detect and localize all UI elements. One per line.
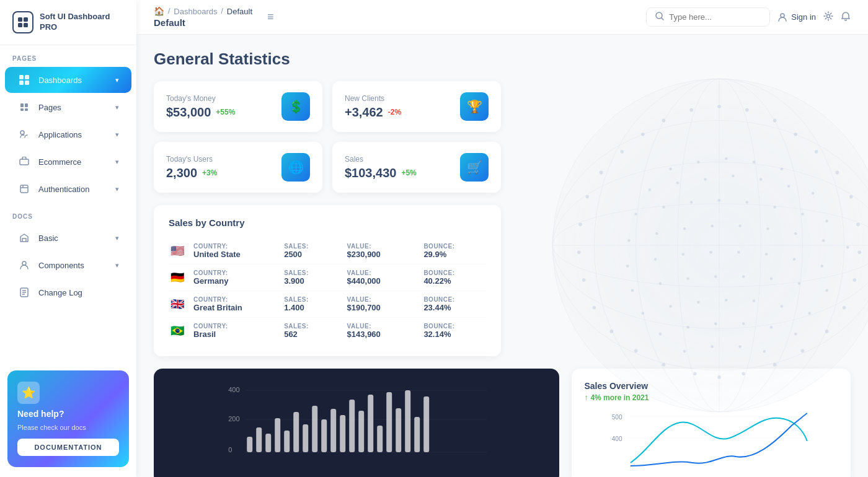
svg-point-76 xyxy=(787,185,790,188)
sales-overview-card: Sales Overview ↑ 4% more in 2021 500 400 xyxy=(572,369,851,477)
svg-point-87 xyxy=(655,232,658,235)
svg-point-123 xyxy=(794,333,797,335)
basic-arrow: ▾ xyxy=(115,234,119,242)
svg-point-108 xyxy=(770,278,773,280)
value-col-de: Value: $440,000 xyxy=(347,269,417,286)
svg-point-39 xyxy=(773,119,777,123)
svg-rect-149 xyxy=(386,392,392,452)
svg-rect-10 xyxy=(20,108,24,111)
ecommerce-icon xyxy=(17,155,31,168)
svg-rect-8 xyxy=(20,103,24,107)
svg-line-23 xyxy=(662,18,663,20)
sidebar-item-components[interactable]: Components ▾ xyxy=(5,252,131,278)
signin-button[interactable]: Sign in xyxy=(777,12,816,22)
sidebar-item-ecommerce[interactable]: Ecommerce ▾ xyxy=(5,149,131,175)
svg-point-28 xyxy=(552,162,868,329)
svg-point-66 xyxy=(669,168,671,170)
stat-value-clients: +3,462 -2% xyxy=(345,105,401,120)
svg-rect-152 xyxy=(414,417,420,452)
bounce-col-gb: Bounce: 23.44% xyxy=(423,296,486,312)
flag-br: 🇧🇷 xyxy=(169,325,186,337)
main-area: 🏠 / Dashboards / Default Default ≡ xyxy=(136,0,868,477)
hamburger-icon[interactable]: ≡ xyxy=(267,11,274,24)
svg-rect-11 xyxy=(25,108,28,111)
topbar: 🏠 / Dashboards / Default Default ≡ xyxy=(136,0,868,35)
basic-icon xyxy=(17,231,31,245)
svg-rect-140 xyxy=(303,424,308,452)
help-title: Need help? xyxy=(17,409,64,419)
svg-point-33 xyxy=(594,79,844,412)
svg-point-110 xyxy=(825,289,828,292)
svg-point-116 xyxy=(781,305,783,307)
breadcrumb-sep-1: / xyxy=(168,7,170,15)
dashboards-arrow: ▾ xyxy=(115,76,119,84)
stat-value-users: 2,300 +3% xyxy=(166,166,217,180)
stat-label-money: Today's Money xyxy=(166,94,235,103)
stat-value-money: $53,000 +55% xyxy=(166,105,235,120)
svg-point-69 xyxy=(753,160,755,163)
flag-de: 🇩🇪 xyxy=(169,271,186,284)
svg-point-80 xyxy=(690,201,693,203)
bounce-col-us: Bounce: 29.9% xyxy=(423,243,486,259)
stat-change-money: +55% xyxy=(216,108,235,116)
sales-by-country-card: Sales by Country 🇺🇸 Country: United Stat… xyxy=(154,205,501,356)
svg-point-46 xyxy=(836,171,839,175)
sidebar-item-basic[interactable]: Basic ▾ xyxy=(5,225,131,251)
documentation-button[interactable]: DOCUMENTATION xyxy=(17,439,119,456)
sidebar-item-pages[interactable]: Pages ▾ xyxy=(5,94,131,120)
settings-icon[interactable] xyxy=(823,11,833,24)
svg-point-113 xyxy=(697,301,699,304)
pages-section-label: PAGES xyxy=(0,45,136,66)
value-col-us: Value: $230,900 xyxy=(347,243,417,259)
sidebar-logo: Soft UI Dashboard PRO xyxy=(0,0,136,45)
sidebar-item-dashboards[interactable]: Dashboards ▾ xyxy=(5,67,131,93)
svg-point-26 xyxy=(552,79,868,412)
country-row-us: 🇺🇸 Country: United State Sales: 2500 Val… xyxy=(169,238,486,265)
svg-rect-150 xyxy=(396,408,401,452)
svg-rect-147 xyxy=(368,395,373,452)
svg-point-103 xyxy=(631,289,634,292)
bell-icon[interactable] xyxy=(841,11,851,24)
ecommerce-arrow: ▾ xyxy=(115,158,119,166)
svg-rect-144 xyxy=(340,415,345,452)
svg-rect-0 xyxy=(18,17,22,22)
svg-rect-136 xyxy=(265,434,271,452)
svg-point-56 xyxy=(843,306,846,310)
stat-card-users: Today's Users 2,300 +3% 🌐 xyxy=(154,142,322,193)
flag-us: 🇺🇸 xyxy=(169,245,186,257)
components-icon xyxy=(17,258,31,272)
search-input[interactable] xyxy=(669,12,761,22)
stat-info-money: Today's Money $53,000 +55% xyxy=(166,94,235,120)
stat-label-users: Today's Users xyxy=(166,155,217,164)
svg-point-88 xyxy=(683,227,686,230)
svg-point-52 xyxy=(857,250,861,254)
svg-point-111 xyxy=(642,312,644,315)
svg-point-54 xyxy=(853,278,857,282)
svg-point-12 xyxy=(20,131,24,134)
svg-point-17 xyxy=(22,261,26,265)
svg-point-43 xyxy=(815,150,818,154)
sidebar-item-authentication[interactable]: Authentication ▾ xyxy=(5,176,131,202)
sidebar-ecommerce-label: Ecommerce xyxy=(38,157,108,167)
sales-overview-chart: 500 400 xyxy=(584,407,838,469)
svg-rect-143 xyxy=(330,409,336,452)
svg-point-124 xyxy=(683,350,686,352)
search-box[interactable] xyxy=(646,7,770,27)
svg-point-119 xyxy=(686,326,689,328)
stat-info-sales: Sales $103,430 +5% xyxy=(345,155,417,180)
svg-point-38 xyxy=(689,108,693,112)
svg-point-58 xyxy=(825,330,829,333)
svg-point-118 xyxy=(659,333,662,335)
svg-point-84 xyxy=(801,212,804,215)
sidebar-item-changelog[interactable]: Change Log xyxy=(5,279,131,305)
svg-point-31 xyxy=(678,79,761,412)
svg-text:500: 500 xyxy=(612,414,622,421)
sidebar-item-applications[interactable]: Applications ▾ xyxy=(5,121,131,147)
stat-icon-users: 🌐 xyxy=(281,153,310,182)
topbar-right: Sign in xyxy=(646,7,851,27)
svg-point-72 xyxy=(676,182,679,184)
page-title: General Statistics xyxy=(154,50,851,69)
svg-point-25 xyxy=(827,14,830,17)
svg-point-98 xyxy=(709,251,712,253)
svg-point-122 xyxy=(770,326,773,328)
